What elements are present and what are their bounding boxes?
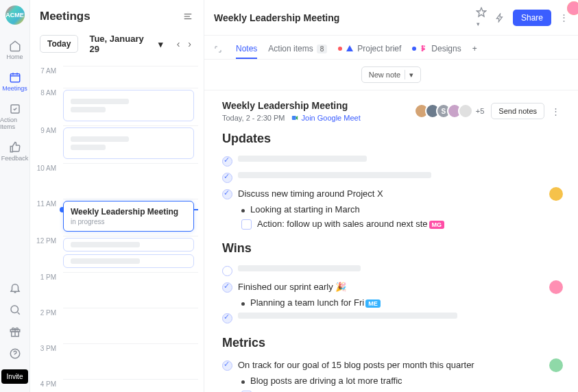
favorite-button[interactable]: ▾ (476, 7, 487, 28)
calendar-panel: Meetings Today Tue, January 29 ▾ ‹ › 7 A… (30, 0, 204, 392)
workspace-logo[interactable]: ACME (5, 5, 25, 25)
svg-point-2 (11, 306, 19, 313)
list-item[interactable]: Action: follow up with sales around next… (222, 217, 560, 232)
collapse-panel-icon[interactable] (182, 12, 194, 21)
author-avatar (549, 358, 563, 372)
sidebar-item-label: Meetings (2, 85, 27, 92)
sidebar-nav: ACME Home Meetings Action Items Feedback… (0, 0, 30, 392)
date-picker[interactable]: Tue, January 29 ▾ (84, 30, 168, 58)
prev-day-button[interactable]: ‹ (174, 36, 183, 52)
day-timeline[interactable]: 7 AM 8 AM 9 AM 10 AM 11 AM Weekly Leader… (30, 66, 204, 392)
sidebar-item-home[interactable]: Home (0, 34, 29, 66)
calendar-event[interactable] (63, 238, 194, 252)
help-icon[interactable] (9, 347, 21, 360)
automation-icon[interactable] (495, 13, 505, 23)
calendar-event[interactable] (63, 254, 194, 268)
svg-rect-0 (10, 74, 20, 82)
calendar-event[interactable] (63, 90, 194, 121)
tab-action-items[interactable]: Action items8 (268, 40, 327, 59)
note-more-menu[interactable]: ⋮ (551, 106, 560, 117)
check-circle-icon[interactable] (222, 282, 232, 293)
bell-icon[interactable] (9, 282, 21, 294)
send-notes-button[interactable]: Send notes (491, 103, 544, 119)
tab-project-brief[interactable]: Project brief (338, 40, 401, 59)
sidebar-item-label: Feedback (1, 155, 29, 162)
sidebar-item-action-items[interactable]: Action Items (0, 97, 29, 136)
chevron-down-icon: ▾ (409, 71, 413, 79)
list-item[interactable] (222, 310, 560, 326)
section-heading-wins: Wins (222, 241, 560, 256)
participants-avatars[interactable]: S +5 (414, 103, 485, 119)
check-circle-icon[interactable] (222, 189, 232, 199)
checkbox-icon (9, 103, 21, 115)
share-button[interactable]: Share (513, 10, 551, 26)
time-label: 10 AM (30, 163, 63, 199)
tab-designs[interactable]: Designs (412, 40, 461, 59)
list-item[interactable]: On track for our goal of 15 blog posts p… (222, 357, 560, 373)
event-title: Weekly Leadership Meeting (71, 207, 186, 217)
calendar-event-active[interactable]: Weekly Leadership Meeting in progress (63, 201, 194, 232)
note-title: Weekly Leadership Meeting (222, 100, 361, 111)
bullet-icon (241, 209, 245, 212)
time-label: 2 PM (30, 308, 63, 343)
gift-icon[interactable] (9, 326, 21, 338)
bullet-icon (241, 302, 245, 306)
tab-notes[interactable]: Notes (236, 40, 257, 59)
red-dot-icon (338, 47, 342, 51)
calendar-event[interactable] (63, 127, 194, 159)
next-day-button[interactable]: › (185, 36, 194, 52)
more-menu-icon[interactable]: ⋮ (559, 12, 568, 23)
author-avatar (549, 187, 563, 201)
list-item[interactable] (222, 262, 560, 279)
check-circle-icon[interactable] (222, 156, 232, 167)
join-meet-link[interactable]: Join Google Meet (291, 114, 361, 122)
new-note-button[interactable]: New note ▾ (361, 66, 421, 83)
calendar-icon (9, 71, 21, 84)
avatar-overflow: +5 (476, 107, 485, 115)
svg-rect-6 (291, 116, 296, 120)
blue-dot-icon (412, 47, 416, 51)
mention-chip[interactable]: ME (365, 299, 381, 308)
check-circle-icon[interactable] (222, 360, 232, 371)
time-label: 12 PM (30, 236, 63, 272)
list-item[interactable] (222, 153, 560, 169)
list-item[interactable]: Blog posts are driving a lot more traffi… (222, 373, 560, 388)
search-icon[interactable] (9, 304, 21, 316)
list-item[interactable]: Looking at starting in March (222, 202, 560, 217)
avatar (458, 103, 473, 119)
calendar-title: Meetings (40, 10, 91, 23)
home-icon (9, 40, 21, 52)
time-label: 3 PM (30, 343, 63, 379)
open-circle-icon[interactable] (222, 266, 232, 276)
sidebar-item-label: Action Items (0, 117, 29, 130)
list-item[interactable]: Action: Look into the number of leads co… (222, 388, 560, 392)
section-heading-updates: Updates (222, 132, 560, 146)
check-circle-icon[interactable] (222, 313, 232, 323)
time-label: 8 AM (30, 88, 63, 125)
page-title: Weekly Leadership Meeting (214, 12, 339, 23)
expand-icon[interactable] (214, 45, 222, 53)
mention-chip[interactable]: MG (429, 221, 445, 229)
time-label: 7 AM (30, 66, 63, 88)
add-tab-button[interactable]: + (472, 40, 477, 59)
action-checkbox[interactable] (241, 219, 252, 230)
sidebar-item-label: Home (6, 53, 23, 60)
current-date: Tue, January 29 (89, 34, 154, 54)
section-heading-metrics: Metrics (222, 336, 560, 350)
sidebar-item-feedback[interactable]: Feedback (0, 136, 29, 167)
list-item[interactable]: Finished our sprint early 🎉 (222, 279, 560, 295)
list-item[interactable]: Planning a team lunch for FriME (222, 295, 560, 310)
list-item[interactable]: Discuss new timing around Project X (222, 186, 560, 202)
note-document[interactable]: Weekly Leadership Meeting Today, 2 - 2:3… (204, 90, 578, 392)
sidebar-item-meetings[interactable]: Meetings (0, 66, 29, 97)
time-label: 1 PM (30, 272, 63, 308)
today-button[interactable]: Today (40, 35, 78, 53)
bullet-icon (241, 380, 245, 384)
invite-button[interactable]: Invite (1, 369, 29, 384)
time-label: 11 AM (30, 199, 63, 236)
thumbsup-icon (9, 141, 21, 154)
list-item[interactable] (222, 169, 560, 186)
check-circle-icon[interactable] (222, 173, 232, 183)
chevron-down-icon: ▾ (158, 39, 163, 49)
time-label: 4 PM (30, 379, 63, 392)
